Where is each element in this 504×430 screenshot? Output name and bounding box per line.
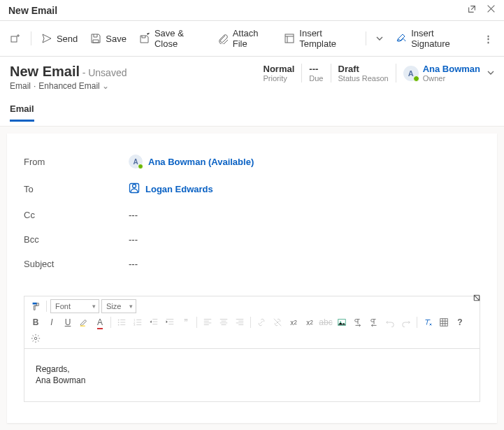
command-bar: Send Save Save & Close Attach File Inser… bbox=[0, 21, 504, 57]
highlight-button[interactable] bbox=[77, 315, 91, 329]
send-button[interactable]: Send bbox=[36, 29, 83, 48]
insert-signature-button[interactable]: Insert Signature bbox=[390, 24, 475, 53]
format-painter-button[interactable] bbox=[29, 299, 43, 313]
subject-value: --- bbox=[129, 259, 480, 269]
ltr-button[interactable] bbox=[351, 315, 365, 329]
subscript-button[interactable]: x2 bbox=[303, 315, 317, 329]
bold-button[interactable]: B bbox=[29, 315, 43, 329]
tab-email[interactable]: Email bbox=[10, 101, 34, 122]
window-title: New Email bbox=[8, 5, 57, 16]
svg-text:3: 3 bbox=[134, 323, 136, 327]
template-dropdown[interactable] bbox=[370, 29, 389, 48]
attach-file-button[interactable]: Attach File bbox=[212, 24, 278, 53]
send-label: Send bbox=[57, 34, 78, 44]
chevron-down-icon bbox=[376, 35, 383, 42]
underline-button[interactable]: U bbox=[61, 315, 75, 329]
indent-button[interactable] bbox=[163, 315, 177, 329]
image-button[interactable] bbox=[335, 315, 349, 329]
close-icon[interactable] bbox=[487, 4, 496, 16]
field-cc[interactable]: Cc --- bbox=[24, 203, 480, 227]
editor-toolbar: Font Size B I U A 123 ” bbox=[24, 296, 480, 349]
rtl-button[interactable] bbox=[367, 315, 381, 329]
size-select[interactable]: Size bbox=[101, 299, 136, 313]
font-color-button[interactable]: A bbox=[93, 315, 107, 329]
svg-point-14 bbox=[34, 337, 37, 340]
overflow-menu[interactable]: ⋮ bbox=[477, 29, 500, 48]
field-to[interactable]: To Logan Edwards bbox=[24, 175, 480, 203]
italic-button[interactable]: I bbox=[45, 315, 59, 329]
meta-priority[interactable]: Normal Priority bbox=[257, 64, 303, 83]
window-controls bbox=[467, 4, 496, 16]
send-icon bbox=[41, 33, 52, 44]
meta-status-reason[interactable]: Draft Status Reason bbox=[331, 64, 396, 83]
body-line: Ana Bowman bbox=[36, 375, 468, 387]
svg-point-6 bbox=[118, 322, 120, 323]
signature-label: Insert Signature bbox=[411, 28, 470, 49]
editor-body[interactable]: Regards, Ana Bowman bbox=[24, 349, 480, 401]
separator bbox=[366, 31, 366, 45]
insert-template-button[interactable]: Insert Template bbox=[278, 24, 361, 53]
separator bbox=[31, 31, 31, 45]
body-line: Regards, bbox=[36, 364, 468, 375]
contact-icon bbox=[129, 182, 140, 196]
tabs: Email bbox=[0, 91, 504, 122]
record-header: New Email - Unsaved Email · Enhanced Ema… bbox=[0, 57, 504, 91]
header-right: Normal Priority --- Due Draft Status Rea… bbox=[257, 64, 494, 83]
svg-rect-4 bbox=[80, 325, 85, 327]
table-button[interactable] bbox=[437, 315, 451, 329]
avatar: A bbox=[129, 155, 143, 169]
undo-button[interactable] bbox=[383, 315, 397, 329]
strikethrough-button[interactable]: abc bbox=[319, 315, 333, 329]
blockquote-button[interactable]: ” bbox=[179, 315, 193, 329]
field-from[interactable]: From A Ana Bowman (Available) bbox=[24, 148, 480, 175]
field-bcc[interactable]: Bcc --- bbox=[24, 227, 480, 252]
form-card: From A Ana Bowman (Available) To Logan E… bbox=[7, 134, 497, 423]
save-status: - Unsaved bbox=[82, 67, 127, 78]
link-button[interactable] bbox=[254, 315, 268, 329]
owner-name: Ana Bowman bbox=[423, 64, 480, 74]
from-value: Ana Bowman (Available) bbox=[148, 157, 254, 167]
unlink-button[interactable] bbox=[271, 315, 285, 329]
meta-due[interactable]: --- Due bbox=[302, 64, 331, 83]
bullet-list-button[interactable] bbox=[115, 315, 129, 329]
svg-point-2 bbox=[133, 185, 136, 188]
form-selector[interactable]: Enhanced Email ⌄ bbox=[38, 81, 109, 91]
number-list-button[interactable]: 123 bbox=[131, 315, 145, 329]
breadcrumb: Email · Enhanced Email ⌄ bbox=[10, 81, 257, 91]
expand-editor-button[interactable] bbox=[472, 293, 482, 305]
field-subject[interactable]: Subject --- bbox=[24, 252, 480, 276]
owner-lookup[interactable]: A Ana Bowman Owner bbox=[396, 64, 494, 83]
align-left-button[interactable] bbox=[201, 315, 215, 329]
help-button[interactable]: ? bbox=[453, 315, 467, 329]
svg-point-5 bbox=[118, 320, 120, 321]
font-select[interactable]: Font bbox=[50, 299, 99, 313]
save-close-label: Save & Close bbox=[154, 28, 205, 49]
svg-rect-13 bbox=[440, 319, 448, 327]
align-center-button[interactable] bbox=[217, 315, 231, 329]
titlebar: New Email bbox=[0, 0, 504, 21]
avatar: A bbox=[403, 66, 419, 81]
rich-text-editor: Font Size B I U A 123 ” bbox=[24, 296, 480, 402]
settings-button[interactable] bbox=[29, 331, 43, 345]
owner-label: Owner bbox=[423, 74, 480, 83]
template-icon bbox=[284, 33, 295, 44]
save-button[interactable]: Save bbox=[85, 29, 132, 48]
save-close-button[interactable]: Save & Close bbox=[134, 24, 210, 53]
outdent-button[interactable] bbox=[147, 315, 161, 329]
svg-rect-0 bbox=[11, 36, 17, 42]
clear-format-button[interactable] bbox=[421, 315, 435, 329]
popout-icon[interactable] bbox=[467, 4, 477, 16]
svg-point-7 bbox=[118, 324, 120, 326]
attach-icon bbox=[217, 33, 229, 44]
redo-button[interactable] bbox=[399, 315, 413, 329]
header-left: New Email - Unsaved Email · Enhanced Ema… bbox=[10, 64, 257, 91]
form-body: From A Ana Bowman (Available) To Logan E… bbox=[0, 126, 504, 430]
align-right-button[interactable] bbox=[233, 315, 247, 329]
chevron-down-icon bbox=[484, 68, 494, 78]
bcc-value: --- bbox=[129, 234, 480, 245]
attach-label: Attach File bbox=[233, 28, 272, 49]
save-close-icon bbox=[139, 33, 150, 44]
new-record-button[interactable] bbox=[4, 29, 27, 48]
superscript-button[interactable]: x2 bbox=[287, 315, 301, 329]
svg-rect-1 bbox=[285, 34, 294, 43]
